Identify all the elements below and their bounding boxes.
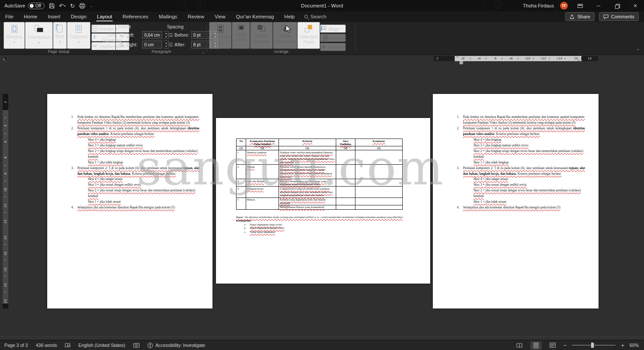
tab-help[interactable]: Help (279, 11, 300, 22)
user-name: Thoha Firdaus (523, 3, 554, 8)
tab-home[interactable]: Home (19, 11, 43, 22)
paragraph-dialog-launcher[interactable]: ⌟ (202, 50, 204, 54)
tab-mailings[interactable]: Mailings (153, 11, 182, 22)
ruler-number: 8 (3, 171, 7, 177)
comment-cell[interactable] (355, 187, 403, 198)
col-number: (4) (336, 146, 355, 150)
score-cell[interactable] (336, 198, 355, 205)
margins-button[interactable]: Margins ▼ (3, 22, 25, 49)
indent-left-field[interactable]: 0,64 cm (142, 31, 162, 39)
page-indicator[interactable]: Page 3 of 3 (4, 343, 28, 348)
redo-icon: ↻ (70, 3, 75, 9)
table-row: 5 Bahasa Kalimat yang digunakan jelas da… (237, 198, 403, 205)
restore-button[interactable] (611, 0, 623, 11)
ribbon-display-options-button[interactable] (574, 0, 586, 11)
ruler-number: 2 (463, 56, 464, 61)
search-input[interactable]: Search (300, 11, 331, 22)
size-button[interactable]: Size ▼ (53, 22, 67, 49)
page-2[interactable]: 1. Pada lembar ini dimohon Bapak/Ibu mem… (47, 94, 212, 308)
print-preview-button[interactable] (79, 3, 85, 9)
conclusion-text: Tidak dapat digunakan (250, 230, 275, 234)
score-cell[interactable] (336, 187, 355, 198)
group-objects-icon (321, 35, 327, 40)
comments-button[interactable]: Comments (599, 12, 639, 21)
zoom-level[interactable]: 60% (630, 343, 639, 348)
selection-pane-button[interactable]: Selection Pane (297, 22, 320, 49)
score-line: Skor 1 = jika tidak sesuai (77, 199, 199, 205)
page-3[interactable]: 1. Pada lembar ini dimohon Bapak/Ibu mem… (433, 94, 599, 308)
comment-cell[interactable] (355, 198, 403, 205)
position-label: Position (212, 34, 228, 39)
close-button[interactable]: × (629, 0, 641, 11)
columns-button[interactable]: Columns ▼ (67, 22, 90, 49)
page-setup-dialog-launcher[interactable]: ⌟ (111, 50, 113, 54)
hanging-indent-marker[interactable] (460, 61, 463, 64)
spacing-before-field[interactable]: 0 pt (191, 31, 211, 39)
row-component: Identitas panduan (246, 150, 279, 165)
tab-quran-kemenag[interactable]: Qur'an Kemenag (231, 11, 279, 22)
proofing-errors-icon[interactable] (65, 343, 70, 348)
score-line: Skor 2 = jika lengkap tetapi dengan revi… (463, 149, 585, 160)
save-button[interactable] (49, 3, 55, 9)
minimize-button[interactable]: ─ (592, 0, 605, 11)
autosave-toggle[interactable]: Off (28, 3, 45, 9)
columns-label: Columns (70, 34, 87, 39)
score-cell[interactable] (336, 179, 355, 187)
score-line: Skor 3 = jika lengkap namun sedikit revi… (77, 143, 199, 149)
tab-file[interactable]: File (0, 11, 19, 22)
accessibility-status[interactable]: Accessibility: Investigate (147, 343, 205, 348)
tab-insert[interactable]: Insert (42, 11, 66, 22)
web-layout-button[interactable] (547, 341, 558, 350)
score-cell[interactable] (336, 150, 355, 165)
document-canvas: L 224681012141618 224681012141618202224 … (0, 55, 644, 336)
print-layout-button[interactable] (530, 341, 542, 350)
tab-design[interactable]: Design (66, 11, 92, 22)
avatar[interactable]: TF (560, 2, 568, 10)
zoom-slider[interactable] (572, 345, 616, 346)
customize-quick-access-button[interactable]: ⌄ (90, 4, 93, 7)
zoom-slider-thumb[interactable] (591, 343, 594, 348)
language-indicator[interactable]: English (United States) (78, 343, 125, 348)
collapse-ribbon-button[interactable]: ⌃ (636, 49, 640, 53)
autosave-control[interactable]: AutoSave Off (4, 3, 45, 9)
undo-button[interactable]: ↶▾ (59, 3, 66, 9)
ruler-number: 12 (3, 203, 7, 208)
item-number: 4. (71, 205, 74, 211)
align-button[interactable]: Align ▾ (320, 24, 346, 33)
size-icon (57, 25, 63, 32)
group-label-page-setup: Page Setup (3, 49, 114, 54)
comment-cell[interactable] (355, 179, 403, 187)
tab-references[interactable]: References (117, 11, 153, 22)
comment-cell[interactable] (355, 165, 403, 179)
tab-layout[interactable]: Layout (92, 11, 118, 22)
zoom-in-button[interactable]: + (621, 342, 624, 349)
horizontal-ruler[interactable]: 224681012141618 (434, 56, 598, 61)
printer-icon (79, 3, 85, 9)
score-cell[interactable] (336, 205, 355, 209)
spacing-after-field[interactable]: 8 pt (191, 41, 211, 49)
col-header-no: No (237, 139, 246, 146)
orientation-button[interactable]: Orientation ▼ (25, 22, 52, 49)
page-1-landscape[interactable]: No Komponen Panduan Video Analisis Krite… (216, 118, 430, 284)
comment-cell[interactable] (355, 150, 403, 165)
macro-recording-icon[interactable] (133, 343, 139, 348)
first-line-indent-marker[interactable] (456, 56, 459, 58)
wrap-text-icon (237, 25, 244, 30)
comment-cell[interactable] (355, 205, 403, 209)
accessibility-icon (147, 343, 153, 348)
word-count[interactable]: 436 words (36, 343, 57, 348)
tab-stop-selector[interactable]: L (1, 56, 7, 62)
vertical-ruler[interactable]: 224681012141618202224 (3, 94, 8, 308)
conclusion-letter: c. (244, 230, 246, 234)
tab-review[interactable]: Review (182, 11, 209, 22)
zoom-out-button[interactable]: − (564, 342, 567, 349)
indent-right-field[interactable]: 0 cm (142, 41, 162, 49)
horizontal-scrollbar[interactable] (0, 336, 644, 340)
score-line: Skor 1 = jika tidak sesuai (463, 199, 585, 205)
read-mode-button[interactable] (514, 341, 525, 350)
share-button[interactable]: Share (565, 12, 594, 21)
tab-view[interactable]: View (209, 11, 231, 22)
redo-button[interactable]: ↻ (70, 3, 75, 9)
item-number: 1. (71, 114, 74, 120)
score-cell[interactable] (336, 165, 355, 179)
